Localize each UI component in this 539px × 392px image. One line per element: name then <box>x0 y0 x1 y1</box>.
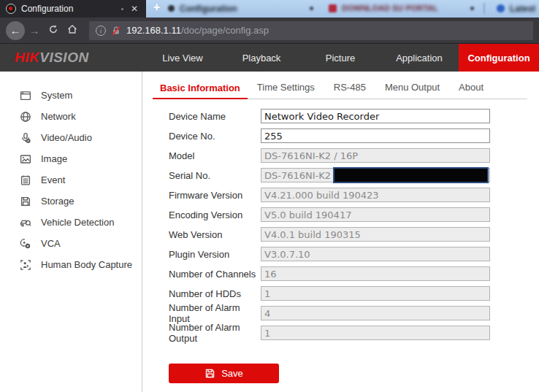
ghost-favicon-icon <box>168 5 175 12</box>
sidebar-item-vehicle-detection[interactable]: Vehicle Detection <box>0 212 142 233</box>
nav-live-view[interactable]: Live View <box>143 44 222 72</box>
ghost-favicon-red-icon <box>329 4 337 12</box>
image-icon <box>20 153 31 165</box>
firmware-version-field <box>261 188 490 202</box>
sidebar-item-label: Image <box>41 153 67 164</box>
tab-dot-icon <box>121 8 123 10</box>
background-window-tabstrip: + Configuration DOWNLOAD SU PORTAL Lates… <box>146 0 539 18</box>
human-body-capture-icon <box>20 259 31 271</box>
url-text[interactable]: 192.168.1.11/doc/page/config.asp <box>126 25 269 36</box>
browser-toolbar: ← → i 192.168.1.11/doc/page/config.asp <box>0 18 539 44</box>
new-tab-button[interactable]: + <box>153 1 160 14</box>
model-field <box>261 148 490 163</box>
number-of-channels-field <box>261 266 490 281</box>
hikvision-logo: HIKVISION <box>0 44 143 72</box>
sidebar-item-network[interactable]: Network <box>0 106 142 127</box>
storage-icon <box>20 196 31 207</box>
form-row-model: Model <box>169 148 539 163</box>
nav-playback[interactable]: Playback <box>222 44 301 72</box>
field-label: Device Name <box>169 111 261 122</box>
url-path: /doc/page/config.asp <box>181 25 269 36</box>
site-nav: Live View Playback Picture Application C… <box>143 44 539 72</box>
device-name-input[interactable] <box>261 109 490 123</box>
video-audio-icon <box>20 132 31 144</box>
sidebar-item-label: Human Body Capture <box>41 259 132 270</box>
field-label: Number of HDDs <box>169 288 261 299</box>
page-content: System Network Video/Audio Image Event S… <box>0 72 539 392</box>
field-label: Serial No. <box>169 170 261 181</box>
back-button[interactable]: ← <box>6 21 25 40</box>
ghost-tab-1[interactable]: Configuration <box>180 4 237 14</box>
sidebar-item-storage[interactable]: Storage <box>0 191 142 212</box>
field-label: Device No. <box>169 131 261 142</box>
sidebar-item-label: System <box>41 90 72 101</box>
address-bar[interactable]: i 192.168.1.11/doc/page/config.asp <box>89 21 533 40</box>
form-row-serial-no: Serial No. <box>169 168 539 182</box>
plugin-version-field <box>261 247 490 261</box>
form-row-number-of-alarm-output: Number of Alarm Output <box>169 326 539 340</box>
sidebar-item-label: VCA <box>41 238 61 249</box>
nav-configuration[interactable]: Configuration <box>459 44 539 72</box>
sidebar-item-image[interactable]: Image <box>0 148 142 169</box>
sidebar-item-vca[interactable]: VCA <box>0 233 142 254</box>
ghost-tab-3[interactable]: Latest <box>510 4 535 14</box>
ghost-dot-icon <box>470 7 474 10</box>
site-header: HIKVISION Live View Playback Picture App… <box>0 44 539 72</box>
sidebar-item-event[interactable]: Event <box>0 169 142 191</box>
tab-time-settings[interactable]: Time Settings <box>248 82 324 99</box>
insecure-plugin-icon[interactable] <box>111 26 121 36</box>
info-icon[interactable]: i <box>96 26 106 36</box>
vca-icon <box>20 238 31 250</box>
ghost-tab-2[interactable]: DOWNLOAD SU PORTAL <box>342 4 438 12</box>
tab-rs-485[interactable]: RS-485 <box>324 82 375 99</box>
number-of-alarm-input-field <box>261 306 490 320</box>
nav-application[interactable]: Application <box>380 44 459 72</box>
forward-button[interactable]: → <box>25 24 44 36</box>
browser-titlebar: Configuration ✕ + Configuration DOWNLOAD… <box>0 0 539 18</box>
tab-close-icon[interactable]: ✕ <box>129 4 140 14</box>
home-button[interactable] <box>63 23 82 37</box>
form-row-firmware-version: Firmware Version <box>169 188 539 202</box>
web-version-field <box>261 227 490 242</box>
tab-basic-information[interactable]: Basic Information <box>153 82 248 99</box>
form-row-number-of-channels: Number of Channels <box>169 266 539 281</box>
home-icon <box>66 23 78 35</box>
field-label: Plugin Version <box>169 249 261 260</box>
url-host: 192.168.1.11 <box>126 25 181 36</box>
sidebar-item-human-body-capture[interactable]: Human Body Capture <box>0 254 142 275</box>
serial-redaction-overlay <box>333 167 489 183</box>
browser-tab-configuration[interactable]: Configuration ✕ <box>0 0 146 18</box>
field-label: Model <box>169 150 261 161</box>
sidebar-item-label: Storage <box>41 196 74 207</box>
reload-button[interactable] <box>44 23 63 37</box>
camera-favicon-icon <box>6 4 16 14</box>
form-row-number-of-alarm-input: Number of Alarm Input <box>169 306 539 320</box>
logo-vision: VISION <box>39 50 88 66</box>
ghost-dot-icon <box>310 7 313 10</box>
field-label: Firmware Version <box>169 190 261 201</box>
sidebar: System Network Video/Audio Image Event S… <box>0 72 142 392</box>
reload-icon <box>47 23 59 35</box>
number-of-hdds-field <box>261 286 490 301</box>
sidebar-item-video-audio[interactable]: Video/Audio <box>0 127 142 148</box>
tab-menu-output[interactable]: Menu Output <box>375 82 449 99</box>
nav-picture[interactable]: Picture <box>301 44 380 72</box>
form-row-web-version: Web Version <box>169 227 539 242</box>
number-of-alarm-output-field <box>261 326 490 340</box>
event-icon <box>20 174 31 186</box>
save-button[interactable]: Save <box>169 364 279 383</box>
sidebar-item-system[interactable]: System <box>0 85 142 106</box>
sidebar-item-label: Network <box>41 111 76 122</box>
main-panel: Basic Information Time Settings RS-485 M… <box>142 72 539 392</box>
field-label: Encoding Version <box>169 210 261 220</box>
field-label: Number of Alarm Output <box>169 322 261 344</box>
ghost-separator <box>483 3 485 14</box>
form-row-device-no: Device No. <box>169 128 539 143</box>
form-row-plugin-version: Plugin Version <box>169 247 539 261</box>
field-label: Number of Channels <box>169 269 261 280</box>
tab-about[interactable]: About <box>449 82 493 99</box>
field-label: Number of Alarm Input <box>169 302 261 324</box>
browser-tab-title: Configuration <box>21 4 116 14</box>
encoding-version-field <box>261 207 490 222</box>
device-no-input[interactable] <box>261 128 490 143</box>
